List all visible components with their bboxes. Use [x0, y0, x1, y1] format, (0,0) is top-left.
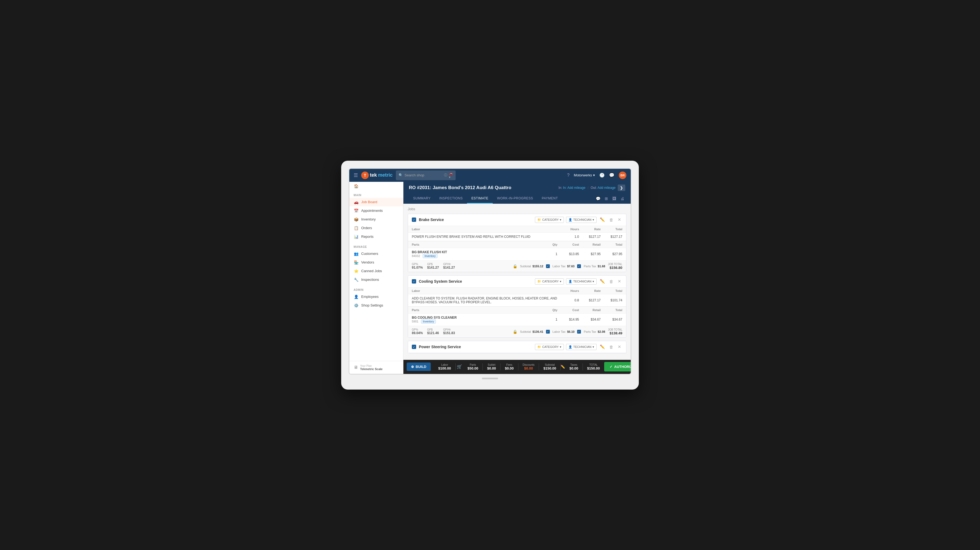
chevron-down-icon-ps: ▾ — [560, 345, 562, 349]
sidebar-item-reports[interactable]: 📊 Reports — [349, 232, 403, 241]
sidebar-item-inventory[interactable]: 📦 Inventory — [349, 215, 403, 224]
inspections-icon: 🔧 — [354, 278, 358, 282]
hamburger-icon[interactable]: ☰ — [354, 172, 358, 178]
taxes-stat-label: Taxes — [570, 363, 578, 366]
part-cost-cooling: $14.95 — [557, 318, 579, 321]
edit-icon-cooling[interactable]: ✏️ — [599, 278, 606, 285]
job-title-ps: Power Steering Service — [419, 345, 532, 349]
search-bar[interactable]: 🔍 ⓘ 🚗▾ — [396, 170, 456, 180]
chat-icon[interactable]: 💬 — [609, 173, 614, 178]
parts-tax-group-cooling: Parts Tax $2.08 — [584, 330, 605, 333]
technician-button-ps[interactable]: 👤 TECHNICIAN ▾ — [566, 344, 597, 350]
sidebar-item-inspections[interactable]: 🔧 Inspections — [349, 275, 403, 284]
add-mileage-out-link[interactable]: Add mileage — [597, 186, 616, 190]
sidebar-item-shop-overview[interactable]: 🏠 — [349, 182, 403, 191]
mileage-out[interactable]: Out: Add mileage — [591, 186, 616, 190]
settings-icon: ⚙️ — [354, 303, 358, 308]
lock-icon-cooling[interactable]: 🔒 — [513, 329, 517, 334]
tab-estimate[interactable]: ESTIMATE — [467, 194, 493, 204]
add-mileage-in-link[interactable]: In: Add mileage — [563, 186, 585, 190]
job-checkbox-ps[interactable]: ✓ — [412, 345, 416, 349]
collapse-icon-cooling[interactable]: ✕ — [617, 278, 622, 285]
plan-label: Your Plan — [360, 364, 383, 367]
lock-icon-brake[interactable]: 🔒 — [513, 264, 517, 269]
parts-tax-checkbox-cooling[interactable]: ✓ — [577, 330, 581, 334]
tab-summary[interactable]: SUMMARY — [409, 194, 435, 204]
search-input[interactable] — [404, 173, 442, 177]
sidebar-item-shop-settings[interactable]: ⚙️ Shop Settings — [349, 301, 403, 310]
sidebar-item-vendors[interactable]: 🏪 Vendors — [349, 258, 403, 267]
technician-button-cooling[interactable]: 👤 TECHNICIAN ▾ — [566, 278, 597, 285]
info-icon[interactable]: ⓘ — [444, 173, 447, 178]
top-navigation: ☰ T tekmetric 🔍 ⓘ 🚗▾ ? Motorwerks ▾ 🕐 💬 … — [349, 169, 631, 182]
help-icon[interactable]: ? — [567, 173, 570, 178]
grid-tab-icon[interactable]: ⊞ — [604, 196, 609, 202]
tab-payment[interactable]: PAYMENT — [537, 194, 562, 204]
employees-icon: 👤 — [354, 295, 358, 299]
sidebar-label-reports: Reports — [361, 235, 374, 238]
technician-button-brake[interactable]: 👤 TECHNICIAN ▾ — [566, 217, 597, 223]
category-button-brake[interactable]: 📁 CATEGORY ▾ — [535, 217, 564, 223]
job-total-label-brake: JOB TOTAL — [608, 263, 622, 265]
rate-col-label-cooling: Rate — [579, 289, 601, 292]
vehicle-icon[interactable]: 🚗▾ — [449, 172, 453, 179]
jobs-label: Jobs — [408, 207, 626, 211]
logo-icon: T — [361, 172, 369, 179]
cost-col-label-cooling: Cost — [557, 308, 579, 312]
tab-work-in-progress[interactable]: WORK-IN-PROGRESS — [493, 194, 537, 204]
parts-header-brake: Parts Qty Cost Retail Total — [408, 241, 626, 248]
gp-per-hr-stat-cooling: GP/Hr $151.83 — [443, 328, 455, 335]
sidebar-item-job-board[interactable]: 🚗 Job Board — [349, 198, 403, 207]
tab-inspections[interactable]: INSPECTIONS — [435, 194, 467, 204]
labor-tax-checkbox-cooling[interactable]: ✓ — [546, 330, 550, 334]
authorize-button[interactable]: ✓ AUTHORIZE — [604, 362, 631, 372]
job-card-cooling-header: ✓ Cooling System Service 📁 CATEGORY ▾ 👤 — [408, 276, 626, 288]
gp-percent-stat-cooling: GP% 89.04% — [412, 328, 423, 335]
collapse-button[interactable]: ❯ — [618, 184, 625, 191]
avatar[interactable]: BR — [619, 172, 626, 179]
discounts-stat: Discounts $0.00 — [519, 363, 539, 370]
collapse-icon-brake[interactable]: ✕ — [617, 217, 622, 223]
edit-icon-ps[interactable]: ✏️ — [599, 344, 606, 350]
labor-tax-checkbox-brake[interactable]: ✓ — [546, 264, 550, 268]
parts-stat: Parts $50.00 — [463, 363, 483, 370]
labor-col-label: Labor — [412, 227, 557, 231]
subtotal-stat-label: Subtotal — [545, 363, 555, 366]
parts-tax-checkbox-brake[interactable]: ✓ — [577, 264, 581, 268]
delete-icon-brake[interactable]: 🗑 — [608, 217, 614, 223]
sidebar-item-customers[interactable]: 👥 Customers — [349, 250, 403, 258]
delete-icon-cooling[interactable]: 🗑 — [608, 279, 614, 285]
parts-col-label: Parts — [412, 243, 536, 246]
category-button-cooling[interactable]: 📁 CATEGORY ▾ — [535, 278, 564, 285]
sidebar-item-canned-jobs[interactable]: ⭐ Canned Jobs — [349, 267, 403, 275]
plan-info: Your Plan Tekmetric Scale — [360, 364, 383, 370]
main-section-label: MAIN — [349, 193, 403, 198]
edit-icon-brake[interactable]: ✏️ — [599, 217, 606, 223]
chat-tab-icon[interactable]: 💬 — [595, 196, 601, 202]
sidebar-item-appointments[interactable]: 📅 Appointments — [349, 207, 403, 215]
folder-icon: 📁 — [537, 218, 541, 222]
print-tab-icon[interactable]: 🖨 — [619, 196, 625, 202]
sidebar-item-orders[interactable]: 📋 Orders — [349, 224, 403, 232]
taxes-edit[interactable]: ✏️ — [561, 365, 565, 369]
chevron-down-icon-tech-ps: ▾ — [593, 345, 594, 349]
job-checkbox-cooling[interactable]: ✓ — [412, 279, 416, 283]
sidebar-item-employees[interactable]: 👤 Employees — [349, 292, 403, 301]
chevron-down-icon-tech: ▾ — [593, 218, 594, 222]
edit-taxes-icon[interactable]: ✏️ — [561, 365, 565, 369]
build-button[interactable]: ⊕ BUILD — [407, 362, 431, 371]
image-tab-icon[interactable]: 🖼 — [611, 196, 617, 202]
labor-hours-brake: 1.0 — [557, 235, 579, 238]
collapse-icon-ps[interactable]: ✕ — [617, 344, 622, 350]
delete-icon-ps[interactable]: 🗑 — [608, 344, 614, 350]
search-icon: 🔍 — [399, 173, 403, 177]
sidebar-label-canned-jobs: Canned Jobs — [361, 269, 382, 273]
mileage-in[interactable]: In: In: Add mileage — [558, 186, 585, 190]
totals-right-brake: 🔒 Subtotal $155.12 ✓ Labor Tax $7.63 — [513, 263, 622, 270]
taxes-stat-value: $0.00 — [569, 366, 578, 370]
job-checkbox-brake[interactable]: ✓ — [412, 218, 416, 222]
clock-icon[interactable]: 🕐 — [599, 173, 605, 178]
shop-name[interactable]: Motorwerks ▾ — [574, 173, 595, 177]
category-button-ps[interactable]: 📁 CATEGORY ▾ — [535, 344, 564, 350]
job-card-brake-header: ✓ Brake Service 📁 CATEGORY ▾ 👤 — [408, 214, 626, 226]
